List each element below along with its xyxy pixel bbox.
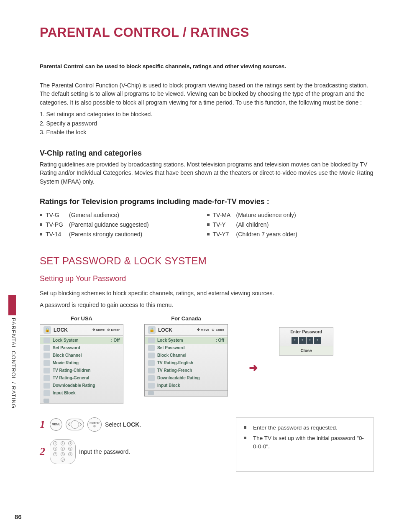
- lock-panels-row: For USA 🔒 LOCK ✥ Move ⊙ Enter Lock Syste…: [40, 315, 374, 404]
- rating-item: TV-MA(Mature audience only): [207, 210, 374, 220]
- menu-item-icon: [43, 338, 50, 343]
- panel-menu-item[interactable]: Lock System: Off: [145, 337, 228, 344]
- menu-item-value: : Off: [111, 338, 120, 343]
- step-item: 3. Enable the lock: [40, 128, 374, 137]
- step-2-text: Input the password.: [79, 448, 130, 455]
- ratings-columns: TV-G(General audience) TV-PG(Parental gu…: [40, 210, 374, 239]
- panel-nav: ✥ Move ⊙ Enter: [197, 328, 224, 332]
- menu-item-label: Downloadable Rating: [53, 383, 95, 388]
- panel-foot-icon: [148, 391, 154, 395]
- intro-steps: 1. Set ratings and categories to be bloc…: [40, 110, 374, 137]
- menu-item-label: TV Rating-English: [157, 361, 193, 365]
- menu-item-icon: [43, 368, 50, 373]
- menu-item-icon: [43, 383, 50, 389]
- panel-menu-item[interactable]: Set Password: [40, 344, 123, 352]
- menu-item-label: TV Rating-General: [53, 376, 89, 380]
- panel-nav: ✥ Move ⊙ Enter: [92, 328, 120, 332]
- rating-item: TV-G(General audience): [40, 210, 207, 220]
- password-close-button[interactable]: Close: [279, 346, 333, 355]
- menu-item-label: Lock System: [53, 338, 79, 343]
- menu-item-icon: [148, 368, 155, 373]
- password-fields: * * * *: [279, 336, 333, 346]
- menu-item-label: Set Password: [53, 345, 80, 350]
- side-section-label: PARENTAL CONTROL / RATING: [10, 318, 17, 409]
- menu-item-label: TV Rating-French: [157, 368, 192, 373]
- vchip-paragraph: Rating guidelines are provided by broadc…: [40, 160, 374, 186]
- menu-item-icon: [148, 383, 155, 389]
- enter-button-icon: ENTER⊙: [87, 417, 102, 432]
- password-box-title: Enter Password: [279, 327, 333, 336]
- rating-item: TV-Y(All children): [207, 220, 374, 230]
- panel-menu-item[interactable]: TV Rating-Children: [40, 367, 123, 374]
- ratings-col-left: TV-G(General audience) TV-PG(Parental gu…: [40, 210, 207, 239]
- page-number: 86: [15, 513, 22, 520]
- menu-item-icon: [43, 345, 50, 351]
- password-digit[interactable]: *: [299, 337, 306, 344]
- panel-menu-item[interactable]: TV Rating-General: [40, 374, 123, 382]
- note-item: Enter the password as requested.: [244, 424, 368, 432]
- panel-menu-item[interactable]: Movie Rating: [40, 359, 123, 367]
- menu-item-icon: [43, 353, 50, 358]
- rating-item: TV-PG(Parental guidance suggested): [40, 220, 207, 230]
- panel-canada-wrap: For Canada 🔒 LOCK ✥ Move ⊙ Enter Lock Sy…: [144, 315, 228, 396]
- menu-item-label: Block Channel: [157, 353, 186, 358]
- lock-icon: 🔒: [148, 326, 156, 334]
- password-digit[interactable]: *: [314, 337, 321, 344]
- panel-foot-icon: [43, 399, 49, 403]
- panel-menu-item[interactable]: Input Block: [145, 382, 228, 389]
- step-item: 1. Set ratings and categories to be bloc…: [40, 110, 374, 119]
- rating-item: TV-14(Parents strongly cautioned): [40, 230, 207, 239]
- panel-menu-item[interactable]: Block Channel: [145, 352, 228, 359]
- panel-menu-item[interactable]: Input Block: [40, 389, 123, 397]
- panel-menu-item[interactable]: Downloadable Rating: [145, 374, 228, 382]
- note-item: The TV is set up with the initial passwo…: [244, 434, 368, 450]
- page-title: PARENTAL CONTROL / RATINGS: [40, 25, 374, 40]
- ratings-col-right: TV-MA(Mature audience only) TV-Y(All chi…: [207, 210, 374, 239]
- nav-pad-icon: [66, 419, 84, 430]
- menu-item-label: Input Block: [53, 391, 75, 395]
- notes-box: Enter the password as requested. The TV …: [236, 417, 374, 472]
- menu-item-icon: [148, 353, 155, 358]
- step-number: 1: [40, 418, 46, 431]
- menu-item-icon: [148, 360, 155, 366]
- menu-item-icon: [148, 345, 155, 351]
- panel-menu-item[interactable]: Lock System: Off: [40, 337, 123, 344]
- step-item: 2. Specify a password: [40, 119, 374, 128]
- panel-canada: 🔒 LOCK ✥ Move ⊙ Enter Lock System: OffSe…: [144, 324, 228, 396]
- panel-usa-wrap: For USA 🔒 LOCK ✥ Move ⊙ Enter Lock Syste…: [40, 315, 123, 404]
- password-box: Enter Password * * * * Close: [279, 327, 333, 356]
- panel-menu-item[interactable]: Downloadable Rating: [40, 382, 123, 389]
- menu-item-icon: [148, 375, 155, 381]
- password-digit[interactable]: *: [292, 337, 298, 344]
- panel-canada-caption: For Canada: [144, 315, 228, 322]
- instruction-steps-area: 1 MENU ENTER⊙ Select LOCK. 2 123 456 789…: [40, 417, 374, 472]
- arrow-icon: ➜: [249, 361, 258, 374]
- vchip-heading: V-Chip rating and categories: [40, 149, 374, 158]
- step-1: 1 MENU ENTER⊙ Select LOCK.: [40, 417, 215, 432]
- rating-item: TV-Y7(Children 7 years older): [207, 230, 374, 239]
- lock-icon: 🔒: [43, 326, 51, 334]
- menu-item-label: Lock System: [157, 338, 183, 343]
- step-2: 2 123 456 789 0 Input the password.: [40, 439, 215, 464]
- menu-item-icon: [148, 338, 155, 343]
- set-pw-para1: Set up blocking schemes to block specifi…: [40, 289, 374, 297]
- menu-item-label: Input Block: [157, 383, 180, 388]
- password-digit[interactable]: *: [307, 337, 313, 344]
- panel-menu-item[interactable]: TV Rating-English: [145, 359, 228, 367]
- panel-usa-caption: For USA: [40, 315, 123, 322]
- step-number: 2: [40, 445, 46, 458]
- step-1-text: Select LOCK.: [105, 421, 141, 428]
- menu-button-icon: MENU: [50, 418, 62, 431]
- panel-usa: 🔒 LOCK ✥ Move ⊙ Enter Lock System: OffSe…: [40, 324, 123, 404]
- set-pw-para2: A password is required to gain access to…: [40, 301, 374, 309]
- intro-paragraph: The Parental Control Function (V-Chip) i…: [40, 81, 374, 107]
- panel-usa-title: LOCK: [54, 327, 68, 333]
- panel-menu-item[interactable]: TV Rating-French: [145, 367, 228, 374]
- menu-item-label: Set Password: [157, 345, 185, 350]
- side-accent-mark: [8, 295, 16, 315]
- panel-menu-item[interactable]: Set Password: [145, 344, 228, 352]
- menu-item-value: : Off: [215, 338, 224, 343]
- ratings-heading: Ratings for Television programs includin…: [40, 197, 374, 206]
- intro-bold: Parental Control can be used to block sp…: [40, 63, 374, 69]
- panel-menu-item[interactable]: Block Channel: [40, 352, 123, 359]
